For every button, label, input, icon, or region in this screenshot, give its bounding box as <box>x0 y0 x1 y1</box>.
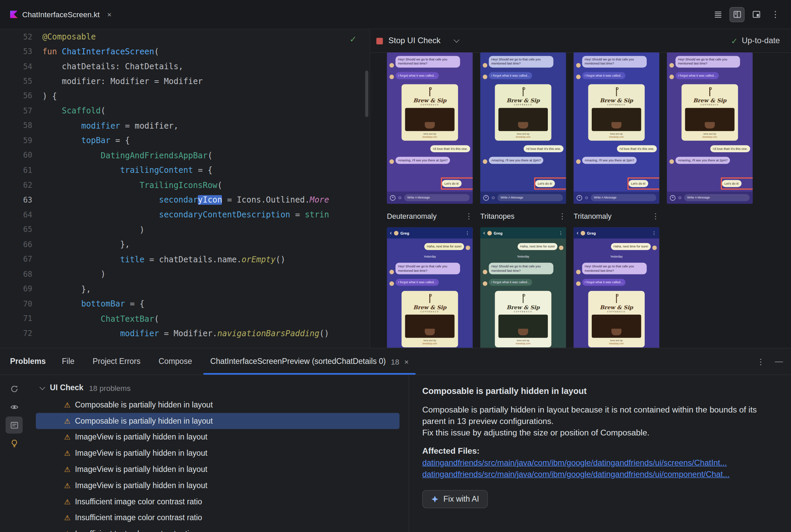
code-line[interactable]: 61 trailingContent = { <box>0 163 370 177</box>
details-view-icon[interactable] <box>5 417 23 434</box>
problem-text: Insufficient text color contrast ratio <box>75 529 194 532</box>
preview-phone[interactable]: ‹Greg⋮Haha, next time for sure!Yesterday… <box>480 228 566 348</box>
chat-bubble: Haha, next time for sure! <box>424 243 464 250</box>
more-vertical-icon[interactable]: ⋮ <box>558 212 566 221</box>
tab-file[interactable]: File <box>53 348 84 375</box>
problem-item[interactable]: ⚠Insufficient text color contrast ratio <box>36 526 400 532</box>
tab-label: Project Errors <box>93 357 141 366</box>
tab-close-icon[interactable]: × <box>404 357 409 366</box>
titlebar-actions: ⋮ <box>710 7 791 22</box>
preview-layout-icon[interactable] <box>749 7 764 22</box>
preview-eye-icon[interactable] <box>5 398 23 416</box>
tree-group-row[interactable]: UI Check 18 problems <box>40 381 408 394</box>
code-line[interactable]: 68 ) <box>0 267 370 282</box>
code-line[interactable]: 54 chatDetails: ChatDetails, <box>0 59 370 74</box>
message-input[interactable]: Write A Message <box>591 194 656 201</box>
coffee-cup-photo <box>611 122 622 128</box>
inspections-ok-icon[interactable]: ✓ <box>350 34 357 45</box>
code-line[interactable]: 65 ) <box>0 222 370 237</box>
problem-item[interactable]: ⚠ImageView is partially hidden in layout <box>36 429 400 445</box>
code-line[interactable]: 55 modifier: Modifier = Modifier <box>0 74 370 89</box>
code-line[interactable]: 63 secondaryIcon = Icons.Outlined.More <box>0 192 370 207</box>
code-line[interactable]: 64 secondaryContentDescription = strin <box>0 207 370 222</box>
code-text: modifier: Modifier = Modifier <box>42 76 203 86</box>
code-line[interactable]: 59 topBar = { <box>0 133 370 148</box>
more-vertical-icon[interactable]: ⋮ <box>465 212 473 221</box>
tab-chatinterfacescreenpreview-sortedchatdetails-0[interactable]: ChatInterfaceScreenPreview (sortedChatDe… <box>201 348 418 375</box>
more-vertical-icon[interactable]: ⋮ <box>652 212 659 221</box>
message-row: Hey! Should we go to that cafe you menti… <box>387 263 473 274</box>
attach-icon[interactable]: + <box>576 195 582 200</box>
stop-ui-check-label: Stop UI Check <box>388 36 440 45</box>
problem-item[interactable]: ⚠Insufficient image color contrast ratio <box>36 510 400 526</box>
refresh-icon[interactable] <box>5 380 23 397</box>
problem-item[interactable]: ⚠Insufficient image color contrast ratio <box>36 494 400 510</box>
stop-ui-check-button[interactable]: Stop UI Check <box>376 36 440 45</box>
more-vertical-icon[interactable]: ⋮ <box>768 7 783 22</box>
code-line[interactable]: 72 modifier = Modifier.navigationBarsPad… <box>0 326 370 341</box>
message-input[interactable]: Write A Message <box>497 194 563 201</box>
preview-phone[interactable]: Hey! Should we go to that cafe you menti… <box>387 52 473 204</box>
code-line[interactable]: 56) { <box>0 89 370 103</box>
minimize-icon[interactable]: — <box>775 357 783 366</box>
brand-name: Brew & Sip <box>588 97 645 103</box>
code-line[interactable]: 57 Scaffold( <box>0 103 370 118</box>
split-editor-icon[interactable] <box>730 7 745 22</box>
tab-close-icon[interactable]: × <box>107 10 111 19</box>
preview-phone[interactable]: Hey! Should we go to that cafe you menti… <box>480 52 566 204</box>
attach-icon[interactable]: + <box>390 195 396 200</box>
warning-icon: ⚠ <box>64 466 71 473</box>
editor-tab[interactable]: ChatInterfaceScreen.kt × <box>0 0 118 29</box>
message-input-bar[interactable]: +☺Write A Message <box>573 192 659 204</box>
code-line[interactable]: 71 ChatTextBar( <box>0 311 370 326</box>
code-line[interactable]: 70 bottomBar = { <box>0 297 370 311</box>
emoji-icon[interactable]: ☺ <box>584 195 589 200</box>
code-line[interactable]: 66 }, <box>0 237 370 252</box>
coffee-cup-icon <box>616 87 617 96</box>
message-input-bar[interactable]: +☺Write A Message <box>387 192 473 204</box>
code-line[interactable]: 67 title = chatDetails.name.orEmpty() <box>0 252 370 267</box>
problem-item[interactable]: ⚠Composable is partially hidden in layou… <box>36 413 400 429</box>
problem-item[interactable]: ⚠ImageView is partially hidden in layout <box>36 477 400 494</box>
code-line[interactable]: 58 modifier = modifier, <box>0 118 370 133</box>
preview-grid: Hey! Should we go to that cafe you menti… <box>370 52 791 348</box>
emoji-icon[interactable]: ☺ <box>491 195 495 200</box>
problem-text: ImageView is partially hidden in layout <box>75 449 207 458</box>
preview-phone[interactable]: Hey! Should we go to that cafe you menti… <box>573 52 659 204</box>
fix-with-ai-button[interactable]: Fix with AI <box>422 490 488 508</box>
fix-with-ai-label: Fix with AI <box>443 495 479 504</box>
build-status-label: Up-to-date <box>742 36 780 45</box>
lightbulb-icon[interactable] <box>5 434 23 452</box>
message-input-bar[interactable]: +☺Write A Message <box>480 192 566 204</box>
attach-icon[interactable]: + <box>483 195 489 200</box>
brand-subtitle: COFFEE&CO <box>682 104 738 106</box>
problem-item[interactable]: ⚠Composable is partially hidden in layou… <box>36 397 400 413</box>
code-editor[interactable]: 52@Composable53fun ChatInterfaceScreen(5… <box>0 30 370 348</box>
code-line[interactable]: 60 DatingAndFriendsAppBar( <box>0 148 370 163</box>
more-vertical-icon[interactable]: ⋮ <box>757 357 765 366</box>
code-line[interactable]: 52@Composable <box>0 30 370 44</box>
message-input[interactable]: Write A Message <box>684 194 750 201</box>
preview-phone[interactable]: ‹Greg⋮Haha, next time for sure!Yesterday… <box>387 228 473 348</box>
message-input[interactable]: Write A Message <box>404 194 470 201</box>
chevron-down-icon[interactable] <box>454 37 459 43</box>
code-line[interactable]: 62 TrailingIconsRow( <box>0 177 370 192</box>
preview-phone[interactable]: Hey! Should we go to that cafe you menti… <box>667 52 753 204</box>
affected-file-link[interactable]: datingandfriends/src/main/java/com/ibm/g… <box>422 458 778 468</box>
attach-icon[interactable]: + <box>670 195 676 200</box>
tab-project-errors[interactable]: Project Errors <box>84 348 149 375</box>
affected-file-link[interactable]: datingandfriends/src/main/java/com/ibm/g… <box>422 470 778 479</box>
preview-phone[interactable]: ‹Greg⋮Haha, next time for sure!Yesterday… <box>573 228 659 348</box>
brand-subtitle: COFFEE&CO <box>495 104 551 106</box>
emoji-icon[interactable]: ☺ <box>398 195 402 200</box>
code-line[interactable]: 69 }, <box>0 282 370 297</box>
tab-badge: 18 <box>391 357 399 366</box>
problem-item[interactable]: ⚠ImageView is partially hidden in layout <box>36 461 400 478</box>
message-input-bar[interactable]: +☺Write A Message <box>667 192 753 204</box>
editor-scrollbar[interactable] <box>365 71 368 117</box>
emoji-icon[interactable]: ☺ <box>678 195 682 200</box>
code-line[interactable]: 53fun ChatInterfaceScreen( <box>0 44 370 59</box>
tab-compose[interactable]: Compose <box>150 348 201 375</box>
problem-item[interactable]: ⚠ImageView is partially hidden in layout <box>36 445 400 461</box>
list-view-icon[interactable] <box>710 7 725 22</box>
